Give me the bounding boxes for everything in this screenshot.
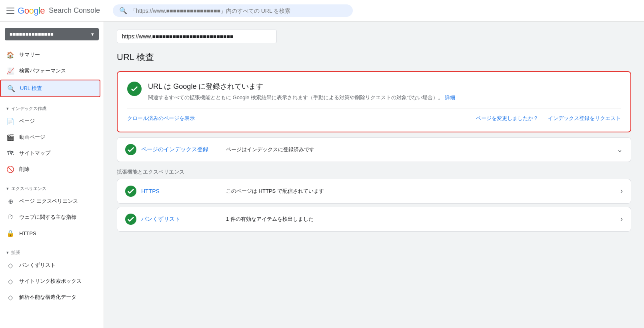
chevron-icon: ▾ <box>6 106 9 111</box>
status-text-block: URL は Google に登録されています 関連するすべての拡張機能とともに … <box>148 82 621 102</box>
section-enhancements: ▾ 拡張 <box>0 245 104 257</box>
crawl-action-link[interactable]: クロール済みのページを表示 <box>127 115 195 122</box>
dropdown-icon: ▾ <box>91 31 94 37</box>
sidebar-label-page-exp: ページ エクスペリエンス <box>19 198 78 205</box>
sidebar-item-unstructured[interactable]: ◇ 解析不能な構造化データ <box>0 289 100 305</box>
request-index-link[interactable]: インデックス登録をリクエスト <box>548 115 621 122</box>
remove-icon: 🚫 <box>6 165 14 173</box>
sidebar-item-remove[interactable]: 🚫 削除 <box>0 161 100 177</box>
search-icon-sidebar: 🔍 <box>7 84 15 92</box>
status-card-top: URL は Google に登録されています 関連するすべての拡張機能とともに … <box>127 82 621 102</box>
breadcrumb-card-value: 1 件の有効なアイテムを検出しました <box>226 216 616 223</box>
sidebar-item-page[interactable]: 📄 ページ <box>0 113 100 129</box>
sidebar-item-summary[interactable]: 🏠 サマリー <box>0 47 100 63</box>
home-icon: 🏠 <box>6 51 14 59</box>
sidebar-label-video: 動画ページ <box>19 134 45 141</box>
sidebar-label-url-inspection: URL 検査 <box>20 85 42 92</box>
chevron-right-icon-https[interactable]: › <box>620 187 623 195</box>
sidebar-label-unstructured: 解析不能な構造化データ <box>19 294 76 301</box>
detail-link[interactable]: 詳細 <box>445 94 455 100</box>
action-links-right: ページを変更しましたか？ インデックス登録をリクエスト <box>476 115 621 122</box>
trend-icon: 📈 <box>6 67 14 75</box>
sitemap-icon: 🗺 <box>6 149 14 157</box>
enhancements-section-header: 拡張機能とエクスペリエンス <box>117 168 631 176</box>
section-experience: ▾ エクスペリエンス <box>0 181 104 193</box>
sidebar-item-sitelinks[interactable]: ◇ サイトリンク検索ボックス <box>0 273 100 289</box>
sidebar-label-search-performance: 検索パフォーマンス <box>19 67 66 74</box>
chevron-down-icon-index[interactable]: ⌄ <box>617 145 623 154</box>
index-check-icon <box>125 144 136 155</box>
property-button[interactable]: ■■■■■■■■■■■■■■ ▾ <box>5 28 99 40</box>
https-card-value: このページは HTTPS で配信されています <box>226 188 616 195</box>
main-layout: ■■■■■■■■■■■■■■ ▾ 🏠 サマリー 📈 検索パフォーマンス 🔍 UR… <box>0 22 644 328</box>
lock-icon: 🔒 <box>6 229 14 237</box>
chevron-icon3: ▾ <box>6 250 9 255</box>
index-card-value: ページはインデックスに登録済みです <box>226 146 612 153</box>
content-area: https://www.■■■■■■■■■■■■■■■■■■■■■■■■ URL… <box>104 22 644 328</box>
https-card-row: HTTPS このページは HTTPS で配信されています › <box>117 179 631 203</box>
search-icon: 🔍 <box>119 7 127 14</box>
check-circle-icon <box>127 82 142 96</box>
breadcrumb-card[interactable]: パンくずリスト 1 件の有効なアイテムを検出しました › <box>117 207 631 232</box>
sidebar-label-sitelinks: サイトリンク検索ボックス <box>19 278 82 285</box>
sidebar-label-https: HTTPS <box>19 230 36 236</box>
property-label: ■■■■■■■■■■■■■■ <box>10 31 54 37</box>
section-index: ▾ インデックス作成 <box>0 101 104 113</box>
google-logo: Google <box>18 6 45 16</box>
https-card-label: HTTPS <box>141 188 221 194</box>
sidebar-label-web-vitals: ウェブに関する主な指標 <box>19 214 76 221</box>
search-bar[interactable]: 🔍 <box>113 4 353 17</box>
status-card-highlighted: URL は Google に登録されています 関連するすべての拡張機能とともに … <box>117 71 631 132</box>
index-card[interactable]: ページのインデックス登録 ページはインデックスに登録済みです ⌄ <box>117 137 631 162</box>
page-title: URL 検査 <box>117 51 631 63</box>
sidebar-item-breadcrumb[interactable]: ◇ パンくずリスト <box>0 257 100 273</box>
sidebar: ■■■■■■■■■■■■■■ ▾ 🏠 サマリー 📈 検索パフォーマンス 🔍 UR… <box>0 22 104 328</box>
diamond-icon2: ◇ <box>6 277 14 285</box>
sidebar-item-url-inspection[interactable]: 🔍 URL 検査 <box>0 80 100 97</box>
logo-area: Google Search Console <box>6 6 100 16</box>
sidebar-label-page: ページ <box>19 118 35 125</box>
chevron-icon2: ▾ <box>6 186 9 191</box>
circle-plus-icon: ⊕ <box>6 197 14 205</box>
sidebar-item-sitemap[interactable]: 🗺 サイトマップ <box>0 145 100 161</box>
status-title: URL は Google に登録されています <box>148 82 621 91</box>
sidebar-label-breadcrumb: パンくずリスト <box>19 262 56 269</box>
sidebar-label-summary: サマリー <box>19 51 40 58</box>
property-selector[interactable]: ■■■■■■■■■■■■■■ ▾ <box>5 28 99 40</box>
diamond-icon3: ◇ <box>6 293 14 301</box>
sidebar-item-web-vitals[interactable]: ⏱ ウェブに関する主な指標 <box>0 209 100 225</box>
sidebar-label-remove: 削除 <box>19 166 30 173</box>
https-check-icon <box>125 186 136 197</box>
search-input[interactable] <box>130 8 346 14</box>
video-icon: 🎬 <box>6 133 14 141</box>
url-display: https://www.■■■■■■■■■■■■■■■■■■■■■■■■ <box>117 30 277 43</box>
https-card[interactable]: HTTPS このページは HTTPS で配信されています › <box>117 179 631 204</box>
app-title: Search Console <box>49 6 100 15</box>
sidebar-label-sitemap: サイトマップ <box>19 150 50 157</box>
gauge-icon: ⏱ <box>6 213 14 221</box>
header: Google Search Console 🔍 <box>0 0 644 22</box>
sidebar-item-search-performance[interactable]: 📈 検索パフォーマンス <box>0 63 100 79</box>
breadcrumb-check-icon <box>125 214 136 225</box>
index-card-label: ページのインデックス登録 <box>141 146 221 153</box>
diamond-icon1: ◇ <box>6 261 14 269</box>
sidebar-item-page-exp[interactable]: ⊕ ページ エクスペリエンス <box>0 193 100 209</box>
status-card-actions: クロール済みのページを表示 ページを変更しましたか？ インデックス登録をリクエス… <box>127 115 621 122</box>
page-changed-link[interactable]: ページを変更しましたか？ <box>476 115 538 122</box>
status-description: 関連するすべての拡張機能とともに Google 検索結果に表示されます（手動によ… <box>148 94 621 102</box>
page-icon: 📄 <box>6 117 14 125</box>
sidebar-item-https[interactable]: 🔒 HTTPS <box>0 225 100 241</box>
hamburger-icon[interactable] <box>6 8 14 14</box>
chevron-right-icon-breadcrumb[interactable]: › <box>620 215 623 223</box>
sidebar-item-video[interactable]: 🎬 動画ページ <box>0 129 100 145</box>
index-card-row: ページのインデックス登録 ページはインデックスに登録済みです ⌄ <box>117 138 631 162</box>
breadcrumb-card-label: パンくずリスト <box>141 216 221 223</box>
breadcrumb-card-row: パンくずリスト 1 件の有効なアイテムを検出しました › <box>117 207 631 231</box>
